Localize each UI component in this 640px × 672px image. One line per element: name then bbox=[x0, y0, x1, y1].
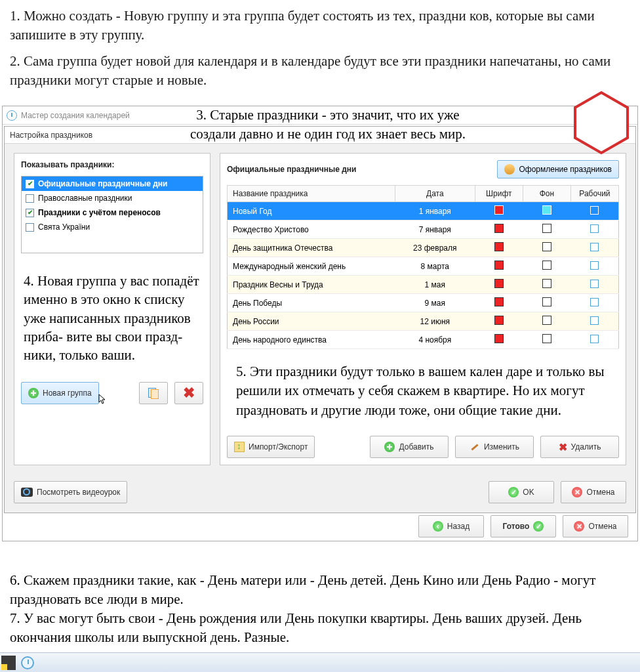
table-row[interactable]: День народного единства 4 ноября bbox=[228, 331, 619, 349]
cell-date: 8 марта bbox=[395, 257, 475, 276]
bg-swatch[interactable] bbox=[542, 297, 551, 306]
table-row[interactable]: Праздник Весны и Труда 1 мая bbox=[228, 276, 619, 294]
bg-swatch[interactable] bbox=[542, 205, 551, 215]
note-3: 3. Старые праздники - это значит, что их… bbox=[118, 106, 538, 144]
font-swatch[interactable] bbox=[494, 297, 504, 306]
taskbar-clock-icon[interactable] bbox=[21, 656, 34, 669]
cell-date: 23 февраля bbox=[395, 239, 475, 257]
plus-icon bbox=[28, 388, 39, 398]
work-checkbox[interactable] bbox=[590, 224, 599, 233]
copy-icon bbox=[148, 388, 159, 398]
delete-icon: ✖ bbox=[559, 441, 567, 453]
hexagon-decoration bbox=[573, 91, 630, 155]
work-checkbox[interactable] bbox=[590, 298, 599, 306]
work-checkbox[interactable] bbox=[590, 280, 599, 288]
note-7: 7. У вас могут быть свои - День рождения… bbox=[10, 609, 630, 647]
group-label: Православные праздники bbox=[38, 194, 132, 203]
holiday-dialog: Настройка праздников ✕ Показывать праздн… bbox=[4, 126, 636, 513]
col-name[interactable]: Название праздника bbox=[228, 186, 395, 202]
app-icon bbox=[7, 110, 17, 121]
checkbox-icon[interactable] bbox=[26, 194, 34, 203]
font-swatch[interactable] bbox=[494, 224, 504, 233]
font-swatch[interactable] bbox=[494, 261, 504, 270]
wizard-cancel-button[interactable]: ✕ Отмена bbox=[563, 515, 628, 537]
bg-swatch[interactable] bbox=[542, 242, 551, 251]
table-row[interactable]: Рождество Христово 7 января bbox=[228, 220, 619, 239]
col-bg[interactable]: Фон bbox=[523, 186, 570, 202]
brush-icon bbox=[470, 442, 480, 452]
wizard-finish-button[interactable]: Готово ✓ bbox=[490, 515, 556, 537]
checkbox-icon[interactable] bbox=[26, 180, 34, 188]
add-holiday-button[interactable]: Добавить bbox=[370, 436, 449, 458]
groups-panel: Показывать праздники: Официальные праздн… bbox=[14, 153, 210, 465]
group-item-ukraine[interactable]: Свята України bbox=[22, 220, 203, 234]
note-4: 4. Новая группа у вас попадёт именно в э… bbox=[21, 272, 203, 365]
button-label: Новая группа bbox=[43, 388, 92, 398]
cell-name: День Победы bbox=[228, 294, 395, 312]
button-label: Готово bbox=[503, 522, 530, 531]
palette-icon bbox=[504, 164, 515, 175]
work-checkbox[interactable] bbox=[590, 261, 599, 270]
bg-swatch[interactable] bbox=[542, 224, 551, 233]
work-checkbox[interactable] bbox=[590, 316, 599, 325]
holiday-style-button[interactable]: Оформление праздников bbox=[497, 160, 619, 178]
wizard-back-button[interactable]: ‹ Назад bbox=[418, 515, 484, 537]
font-swatch[interactable] bbox=[494, 316, 504, 325]
bg-swatch[interactable] bbox=[542, 261, 551, 270]
group-item-transfers[interactable]: Праздники с учётом переносов bbox=[22, 205, 203, 220]
bg-swatch[interactable] bbox=[542, 279, 551, 288]
font-swatch[interactable] bbox=[494, 334, 504, 343]
import-export-button[interactable]: Импорт/Экспорт bbox=[227, 436, 315, 458]
table-row[interactable]: Международный женский день 8 марта bbox=[228, 257, 619, 276]
video-tutorial-button[interactable]: Посмотреть видеоурок bbox=[14, 481, 127, 503]
cell-date: 9 мая bbox=[395, 294, 475, 312]
cell-name: Рождество Христово bbox=[228, 220, 395, 239]
delete-holiday-button[interactable]: ✖ Удалить bbox=[540, 436, 619, 458]
new-group-button[interactable]: Новая группа bbox=[21, 382, 99, 404]
groups-heading: Показывать праздники: bbox=[21, 160, 203, 169]
dialog-title: Настройка праздников bbox=[10, 131, 92, 140]
cancel-button[interactable]: ✕ Отмена bbox=[561, 481, 626, 503]
button-label: Назад bbox=[447, 522, 470, 531]
delete-group-button[interactable]: ✖ bbox=[174, 382, 203, 404]
taskbar[interactable] bbox=[0, 652, 640, 672]
font-swatch[interactable] bbox=[494, 242, 504, 251]
cell-name: День России bbox=[228, 312, 395, 331]
table-row[interactable]: День защитника Отечества 23 февраля bbox=[228, 239, 619, 257]
checkbox-icon[interactable] bbox=[26, 223, 34, 232]
checkbox-icon[interactable] bbox=[26, 209, 34, 217]
edit-holiday-button[interactable]: Изменить bbox=[455, 436, 534, 458]
taskbar-app-icon[interactable] bbox=[1, 656, 16, 670]
cell-name: День народного единства bbox=[228, 331, 395, 349]
cell-name: Новый Год bbox=[228, 202, 395, 220]
button-label: Оформление праздников bbox=[519, 165, 612, 174]
ok-icon: ✓ bbox=[508, 487, 519, 497]
button-label: Добавить bbox=[399, 442, 433, 452]
work-checkbox[interactable] bbox=[590, 243, 599, 251]
col-font[interactable]: Шрифт bbox=[475, 186, 523, 202]
group-item-orthodox[interactable]: Православные праздники bbox=[22, 191, 203, 205]
col-work[interactable]: Рабочий bbox=[570, 186, 618, 202]
bg-swatch[interactable] bbox=[542, 316, 551, 325]
button-label: Посмотреть видеоурок bbox=[37, 488, 120, 497]
font-swatch[interactable] bbox=[494, 279, 504, 288]
group-item-official[interactable]: Официальные праздничные дни bbox=[22, 177, 203, 191]
cancel-icon: ✕ bbox=[574, 521, 584, 532]
delete-icon: ✖ bbox=[183, 385, 195, 402]
copy-group-button[interactable] bbox=[139, 382, 168, 404]
panel-title: Официальные праздничные дни bbox=[227, 165, 356, 174]
work-checkbox[interactable] bbox=[590, 335, 599, 343]
button-label: Импорт/Экспорт bbox=[249, 442, 308, 452]
col-date[interactable]: Дата bbox=[395, 186, 475, 202]
table-row[interactable]: День России 12 июня bbox=[228, 312, 619, 331]
font-swatch[interactable] bbox=[494, 205, 504, 215]
cell-date: 1 мая bbox=[395, 276, 475, 294]
group-label: Официальные праздничные дни bbox=[38, 179, 167, 188]
ok-button[interactable]: ✓ OK bbox=[489, 481, 554, 503]
table-row[interactable]: Новый Год 1 января bbox=[228, 202, 619, 220]
groups-list[interactable]: Официальные праздничные дни Православные… bbox=[21, 176, 203, 253]
work-checkbox[interactable] bbox=[590, 206, 599, 215]
holidays-table[interactable]: Название праздника Дата Шрифт Фон Рабочи… bbox=[227, 185, 619, 349]
table-row[interactable]: День Победы 9 мая bbox=[228, 294, 619, 312]
bg-swatch[interactable] bbox=[542, 334, 551, 343]
